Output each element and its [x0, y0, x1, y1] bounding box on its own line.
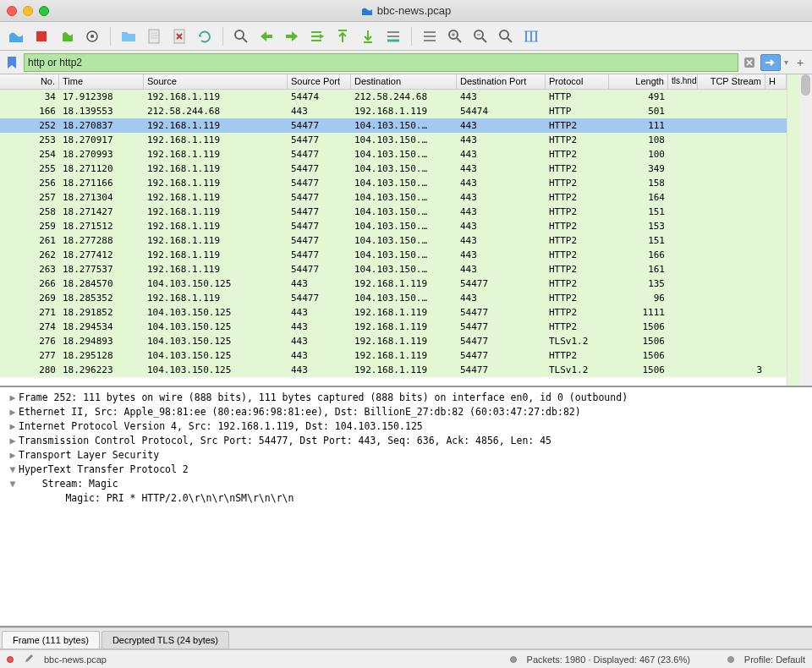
packet-details-pane[interactable]: ▶Frame 252: 111 bytes on wire (888 bits)…: [0, 387, 812, 627]
packet-row[interactable]: 25418.270993192.168.1.11954477104.103.15…: [0, 147, 787, 162]
display-filter-bar: ▾ +: [0, 51, 812, 74]
disclosure-closed-icon[interactable]: ▶: [7, 419, 19, 434]
detail-tree-item[interactable]: Magic: PRI * HTTP/2.0\r\n\r\nSM\r\n\r\n: [7, 491, 805, 506]
packet-row[interactable]: 27718.295128104.103.150.125443192.168.1.…: [0, 348, 787, 363]
disclosure-closed-icon[interactable]: ▶: [7, 448, 19, 463]
status-profile-label[interactable]: Profile: Default: [744, 654, 805, 665]
main-toolbar: [0, 22, 812, 51]
svg-point-25: [500, 30, 508, 39]
packet-list-pane: No. Time Source Source Port Destination …: [0, 74, 812, 387]
titlebar: bbc-news.pcap: [0, 0, 812, 22]
svg-line-26: [508, 38, 512, 42]
packet-row[interactable]: 3417.912398192.168.1.11954474212.58.244.…: [0, 90, 787, 104]
leaf-icon: [7, 491, 19, 506]
wireshark-fin-icon: [361, 5, 373, 17]
zoom-in-button[interactable]: [444, 25, 466, 47]
disclosure-closed-icon[interactable]: ▶: [7, 434, 19, 448]
detail-tree-item[interactable]: ▼HyperText Transfer Protocol 2: [7, 463, 805, 477]
packet-row[interactable]: 25718.271304192.168.1.11954477104.103.15…: [0, 190, 787, 205]
status-dot-icon: [510, 656, 517, 663]
go-to-last-packet-button[interactable]: [357, 25, 379, 47]
packet-row[interactable]: 27618.294893104.103.150.125443192.168.1.…: [0, 334, 787, 348]
svg-line-19: [457, 38, 461, 42]
save-file-button[interactable]: [143, 25, 165, 47]
packet-row[interactable]: 25818.271427192.168.1.11954477104.103.15…: [0, 205, 787, 219]
packet-list-body[interactable]: 3417.912398192.168.1.11954474212.58.244.…: [0, 90, 787, 386]
go-to-first-packet-button[interactable]: [332, 25, 354, 47]
svg-line-9: [243, 38, 247, 42]
svg-line-23: [482, 38, 486, 42]
restart-capture-button[interactable]: [56, 25, 78, 47]
disclosure-closed-icon[interactable]: ▶: [7, 391, 19, 405]
detail-tree-item[interactable]: ▼ Stream: Magic: [7, 477, 805, 491]
add-filter-button[interactable]: +: [792, 54, 809, 71]
capture-options-button[interactable]: [81, 25, 103, 47]
open-file-button[interactable]: [118, 25, 140, 47]
packet-row[interactable]: 25618.271166192.168.1.11954477104.103.15…: [0, 176, 787, 190]
packet-row[interactable]: 25218.270837192.168.1.11954477104.103.15…: [0, 118, 787, 133]
edit-capture-comment-icon[interactable]: [24, 654, 34, 665]
detail-tree-item[interactable]: ▶Frame 252: 111 bytes on wire (888 bits)…: [7, 391, 805, 405]
packet-row[interactable]: 28018.296223104.103.150.125443192.168.1.…: [0, 363, 787, 377]
filter-dropdown-icon[interactable]: ▾: [784, 57, 788, 67]
packet-row[interactable]: 27118.291852104.103.150.125443192.168.1.…: [0, 305, 787, 320]
zoom-reset-button[interactable]: [495, 25, 517, 47]
svg-point-8: [235, 30, 244, 39]
svg-rect-3: [149, 30, 159, 43]
go-forward-button[interactable]: [281, 25, 303, 47]
packet-row[interactable]: 26618.284570104.103.150.125443192.168.1.…: [0, 277, 787, 291]
tab-decrypted-tls[interactable]: Decrypted TLS (24 bytes): [102, 631, 229, 649]
shark-fin-icon[interactable]: [5, 25, 27, 47]
resize-columns-button[interactable]: [520, 25, 542, 47]
status-file-label: bbc-news.pcap: [44, 654, 107, 665]
auto-scroll-button[interactable]: [382, 25, 404, 47]
detail-tree-item[interactable]: ▶Transmission Control Protocol, Src Port…: [7, 434, 805, 448]
disclosure-open-icon[interactable]: ▼: [7, 477, 19, 491]
disclosure-closed-icon[interactable]: ▶: [7, 405, 19, 419]
packet-row[interactable]: 25918.271512192.168.1.11954477104.103.15…: [0, 219, 787, 233]
svg-point-2: [91, 35, 94, 38]
packet-row[interactable]: 16618.139553212.58.244.68443192.168.1.11…: [0, 104, 787, 118]
packet-list-scrollbar[interactable]: [799, 74, 812, 386]
packet-list-header[interactable]: No. Time Source Source Port Destination …: [0, 74, 787, 90]
svg-rect-0: [36, 31, 47, 41]
expert-info-icon[interactable]: [7, 656, 14, 663]
clear-filter-button[interactable]: [742, 55, 757, 70]
detail-tree-item[interactable]: ▶Internet Protocol Version 4, Src: 192.1…: [7, 419, 805, 434]
reload-file-button[interactable]: [194, 25, 216, 47]
find-packet-button[interactable]: [230, 25, 252, 47]
tab-frame-bytes[interactable]: Frame (111 bytes): [2, 631, 100, 649]
packet-minimap[interactable]: [787, 74, 799, 386]
packet-row[interactable]: 26918.285352192.168.1.11954477104.103.15…: [0, 291, 787, 305]
colorize-button[interactable]: [419, 25, 441, 47]
detail-tree-item[interactable]: ▶Ethernet II, Src: Apple_98:81:ee (80:ea…: [7, 405, 805, 419]
window-title: bbc-news.pcap: [0, 4, 812, 17]
close-file-button[interactable]: [168, 25, 190, 47]
detail-tree-item[interactable]: ▶Transport Layer Security: [7, 448, 805, 463]
filter-bookmark-icon[interactable]: [3, 54, 20, 71]
byte-view-tabs: Frame (111 bytes) Decrypted TLS (24 byte…: [0, 627, 812, 649]
stop-capture-button[interactable]: [30, 25, 52, 47]
go-back-button[interactable]: [255, 25, 277, 47]
packet-row[interactable]: 25518.271120192.168.1.11954477104.103.15…: [0, 162, 787, 176]
status-packets-label: Packets: 1980 · Displayed: 467 (23.6%): [527, 654, 690, 665]
status-dot-icon: [727, 656, 734, 663]
display-filter-input[interactable]: [24, 53, 738, 72]
packet-row[interactable]: 27418.294534104.103.150.125443192.168.1.…: [0, 320, 787, 334]
zoom-out-button[interactable]: [469, 25, 491, 47]
packet-row[interactable]: 26118.277288192.168.1.11954477104.103.15…: [0, 233, 787, 248]
packet-row[interactable]: 25318.270917192.168.1.11954477104.103.15…: [0, 133, 787, 147]
status-bar: bbc-news.pcap Packets: 1980 · Displayed:…: [0, 649, 812, 668]
packet-row[interactable]: 26218.277412192.168.1.11954477104.103.15…: [0, 248, 787, 262]
packet-row[interactable]: 26318.277537192.168.1.11954477104.103.15…: [0, 262, 787, 277]
disclosure-open-icon[interactable]: ▼: [7, 463, 19, 477]
go-to-packet-button[interactable]: [306, 25, 328, 47]
apply-filter-button[interactable]: [760, 54, 781, 71]
